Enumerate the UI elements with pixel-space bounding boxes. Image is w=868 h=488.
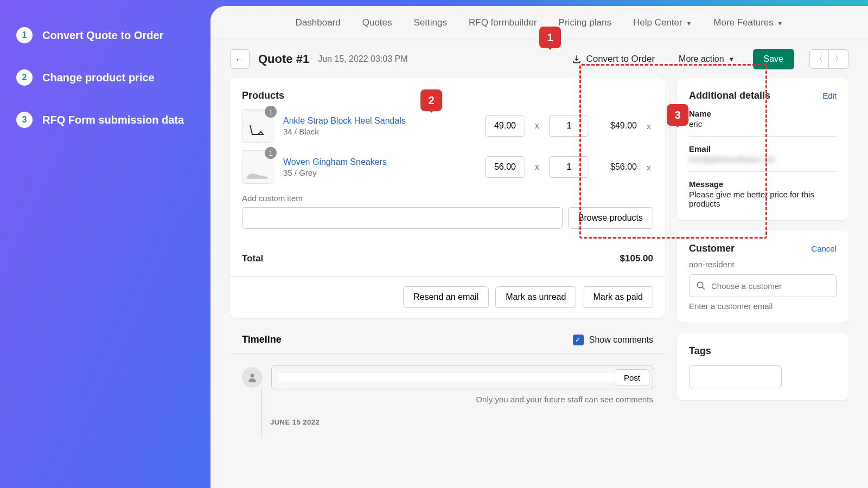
remove-button[interactable]: x <box>647 163 653 172</box>
prev-button[interactable]: 〈 <box>809 49 829 69</box>
convert-to-order-button[interactable]: Convert to Order <box>572 54 655 65</box>
total-row: Total $105.00 <box>230 241 665 276</box>
legend-item-2: 2 Change product price <box>16 69 190 86</box>
chevron-down-icon: ▼ <box>729 56 735 62</box>
tags-input[interactable] <box>689 365 782 388</box>
search-icon <box>696 281 706 291</box>
timeline-date: JUNE 15 2022 <box>270 418 653 426</box>
mark-unread-button[interactable]: Mark as unread <box>495 286 576 308</box>
person-icon <box>247 372 258 383</box>
multiply-icon: x <box>535 162 539 172</box>
total-value: $105.00 <box>620 253 653 264</box>
download-icon <box>572 54 582 64</box>
chevron-down-icon: ▼ <box>777 20 783 27</box>
tags-title: Tags <box>689 345 837 357</box>
legend-text: RFQ Form submission data <box>42 114 184 126</box>
timeline-title: Timeline <box>242 334 282 345</box>
qty-input[interactable] <box>549 156 589 178</box>
qty-input[interactable] <box>549 115 589 137</box>
back-button[interactable]: ← <box>230 49 250 69</box>
multiply-icon: x <box>535 121 539 131</box>
save-button[interactable]: Save <box>753 49 794 69</box>
customer-status: non-resident <box>689 260 837 269</box>
email-value: eric@globosoftware.net <box>689 155 837 164</box>
message-value: Please give me better price for this pro… <box>689 190 837 208</box>
cancel-link[interactable]: Cancel <box>811 244 837 253</box>
products-title: Products <box>242 90 653 101</box>
legend-text: Convert Quote to Order <box>42 29 163 42</box>
line-total: $49.00 <box>599 121 637 131</box>
product-row: 1 Ankle Strap Block Heel Sandals 34 / Bl… <box>242 109 653 143</box>
svg-point-1 <box>697 282 703 288</box>
legend-panel: 1 Convert Quote to Order 2 Change produc… <box>0 0 206 181</box>
legend-num: 3 <box>16 112 33 128</box>
remove-button[interactable]: x <box>647 121 653 131</box>
browse-products-button[interactable]: Browse products <box>568 207 653 229</box>
legend-num: 1 <box>16 27 33 43</box>
timeline-line <box>261 386 262 438</box>
avatar <box>242 367 263 388</box>
svg-line-2 <box>702 287 705 290</box>
pager: 〈 〉 <box>809 49 848 69</box>
product-variant: 34 / Black <box>283 127 475 136</box>
chevron-right-icon: 〉 <box>835 54 843 63</box>
comment-input[interactable] <box>278 373 615 382</box>
qty-badge: 1 <box>265 106 277 118</box>
sneaker-icon <box>246 170 270 180</box>
edit-link[interactable]: Edit <box>822 91 837 100</box>
custom-item-input[interactable] <box>242 207 563 229</box>
product-row: 1 Woven Gingham Sneakers 35 / Grey x $56… <box>242 150 653 184</box>
total-label: Total <box>242 253 263 264</box>
timeline-section: Timeline ✓ Show comments Post <box>230 332 665 438</box>
nav-more[interactable]: More Features ▼ <box>713 17 783 28</box>
page-title: Quote #1 <box>258 52 309 66</box>
nav-dashboard[interactable]: Dashboard <box>296 17 341 28</box>
arrow-left-icon: ← <box>234 53 245 66</box>
chevron-down-icon: ▼ <box>686 20 692 27</box>
nav-quotes[interactable]: Quotes <box>362 17 392 28</box>
quote-date: Jun 15, 2022 03:03 PM <box>318 54 407 64</box>
more-action-dropdown[interactable]: More action ▼ <box>679 54 734 64</box>
line-total: $56.00 <box>599 162 637 172</box>
callout-1: 1 <box>539 27 561 48</box>
products-card: Products 1 Ankle Strap Block Heel Sandal… <box>230 78 665 318</box>
comment-note: Only you and your future staff can see c… <box>242 395 653 404</box>
next-button[interactable]: 〉 <box>829 49 848 69</box>
additional-details-card: Additional details Edit Name eric Email … <box>677 78 848 220</box>
callout-3: 3 <box>667 104 688 126</box>
svg-point-0 <box>251 374 254 377</box>
checkbox-checked-icon: ✓ <box>573 335 584 345</box>
chevron-left-icon: 〈 <box>815 54 823 63</box>
product-variant: 35 / Grey <box>283 168 475 177</box>
nav-pricing[interactable]: Pricing plans <box>559 17 611 28</box>
customer-hint: Enter a customer email <box>689 301 837 311</box>
sandal-icon <box>247 123 269 139</box>
mark-paid-button[interactable]: Mark as paid <box>583 286 653 308</box>
customer-search-input[interactable] <box>711 281 829 291</box>
show-comments-toggle[interactable]: ✓ Show comments <box>573 335 653 345</box>
legend-text: Change product price <box>42 72 155 84</box>
tags-card: Tags <box>677 333 848 400</box>
customer-title: Customer <box>689 243 735 254</box>
product-name-link[interactable]: Ankle Strap Block Heel Sandals <box>283 116 475 126</box>
app-window: Dashboard Quotes Settings RFQ formbuilde… <box>210 6 868 488</box>
custom-item-label: Add custom item <box>242 194 653 203</box>
product-name-link[interactable]: Woven Gingham Sneakers <box>283 157 475 167</box>
price-input[interactable] <box>485 115 525 137</box>
resend-email-button[interactable]: Resend an email <box>403 286 489 308</box>
legend-num: 2 <box>16 69 33 86</box>
name-value: eric <box>689 119 837 129</box>
nav-rfq[interactable]: RFQ formbuilder <box>469 17 537 28</box>
post-button[interactable]: Post <box>615 369 649 386</box>
customer-card: Customer Cancel non-resident Enter a cus… <box>677 231 848 323</box>
price-input[interactable] <box>485 156 525 178</box>
name-label: Name <box>689 109 837 118</box>
legend-item-3: 3 RFQ Form submission data <box>16 112 190 128</box>
qty-badge: 1 <box>265 147 277 159</box>
nav-help[interactable]: Help Center ▼ <box>633 17 692 28</box>
message-label: Message <box>689 179 837 189</box>
details-title: Additional details <box>689 90 770 101</box>
customer-search[interactable] <box>689 274 837 297</box>
email-label: Email <box>689 144 837 153</box>
nav-settings[interactable]: Settings <box>414 17 447 28</box>
